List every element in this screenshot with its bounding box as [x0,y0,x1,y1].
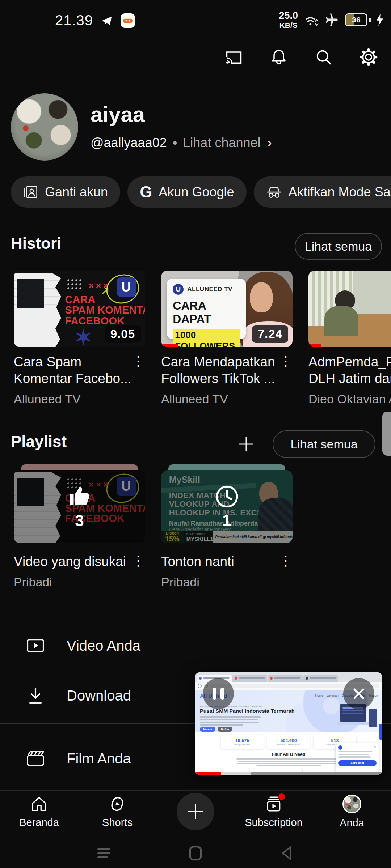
settings-button[interactable] [359,48,378,67]
site-buttons: Masuk Daftar [200,727,232,732]
video-title: Cara Spam Komentar Facebo... [14,354,131,387]
channel-name: Alluneed TV [161,392,278,406]
playlist-stack-decor [21,464,138,470]
watch-later-count: 1 [222,511,231,529]
profile-subtitle: @aallyaaa02 • Lihat channel › [91,135,272,151]
playlist-privacy: Pribadi [14,575,131,589]
youtube-profile-screen: 21.39 25.0 KB/S 36 [0,0,391,868]
nav-home-label: Beranda [19,817,59,829]
playlist-card[interactable]: MySkill INDEX MATCH, VLOOKUP AND HLOOKUP… [161,464,293,589]
thumb-arrow-decor: ↗ [101,284,110,297]
thumb-dots-decor [66,278,83,290]
notification-dot [278,793,285,800]
charging-icon [376,14,384,26]
incognito-label: Aktifkan Mode Samaran [289,184,391,200]
pause-button[interactable] [203,678,234,709]
profile-avatar[interactable] [11,93,78,161]
search-button[interactable] [314,48,333,67]
video-thumbnail[interactable]: U ALLUNEED TV CARA DAPAT 1000 FOLLOWERS … [161,271,293,347]
telegram-icon [100,14,113,27]
playlist-title: Tonton nanti [161,553,278,570]
video-card[interactable]: AdmPemda_P DLH Jatim dar Dieo Oktavian A… [308,271,391,406]
paragraph-decor [200,716,261,727]
playlist-stack-decor [168,464,285,470]
feature-card [253,768,303,772]
video-thumbnail[interactable] [308,271,391,347]
close-mini-player-button[interactable] [343,678,374,709]
history-cards-row: ××× CARA SPAM KOMENTAR FACEBOOK U ↗ ✶ 9.… [14,271,391,406]
status-bar-left: 21.39 [55,12,135,29]
thumb-screenshot-decor [14,273,61,347]
switch-account-button[interactable]: Ganti akun [11,176,120,208]
switch-account-icon [23,184,38,200]
close-icon [352,687,365,700]
thumb-star-decor: ✶ [74,325,92,347]
playlist-privacy: Pribadi [161,575,278,589]
video-title: Cara Mendapatkan Followers TikTok ... [161,354,278,387]
status-bar-right: 25.0 KB/S 36 [279,11,384,29]
thumb-text-line: CARA DAPAT [173,299,240,326]
google-account-button[interactable]: G Akun Google [127,176,246,208]
thumb-person-decor [324,306,358,337]
mini-player-progress[interactable] [195,772,382,775]
chat-widget: ✕ Let's chat [336,743,379,772]
bottom-navigation: Beranda Shorts [0,790,391,833]
top-action-bar [224,48,378,67]
history-see-all-button[interactable]: Lihat semua [295,233,382,260]
google-g-icon: G [140,183,152,201]
your-movies-label: Film Anda [67,750,131,767]
playlist-title: Video yang disukai [14,553,131,570]
add-playlist-button[interactable] [236,434,256,454]
menu-item-your-videos[interactable]: Video Anda [0,621,391,671]
more-options-button[interactable]: ⋮ [131,354,145,406]
chat-close-icon: ✕ [374,746,377,749]
duration-badge: 7.24 [252,326,288,343]
playlist-thumbnail[interactable]: MySkill INDEX MATCH, VLOOKUP AND HLOOKUP… [161,470,293,543]
nav-shorts-label: Shorts [102,817,133,829]
incognito-mode-button[interactable]: Aktifkan Mode Samaran [254,176,391,208]
site-login-button: Masuk [200,727,215,732]
nav-shorts[interactable]: Shorts [78,795,156,829]
your-videos-label: Video Anda [67,638,140,654]
wifi-icon [303,12,320,27]
playlist-see-all-button[interactable]: Lihat semua [273,430,375,458]
view-channel-link[interactable]: Lihat channel [183,135,260,150]
liked-count: 3 [75,512,84,530]
scrollbar-thumb[interactable] [382,412,391,456]
more-options-button[interactable]: ⋮ [131,553,145,589]
more-options-button[interactable]: ⋮ [278,553,293,589]
nav-home-button-icon[interactable] [187,844,204,862]
network-speed: 25.0 KB/S [279,11,298,29]
alluneed-logo: U [173,284,184,295]
thumb-highlight-text: 1000 FOLLOWERS [173,329,240,347]
shorts-icon [108,795,126,813]
playlist-thumbnail[interactable]: ××× CARA SPAM KOMENTAR FACEBOOK U 3 [14,470,145,543]
mini-player[interactable]: All U Need HomeLayanan DropshipDaftar Ma… [195,672,382,775]
nav-menu-icon[interactable] [95,844,113,862]
battery-indicator: 36 [345,13,367,26]
more-options-button[interactable]: ⋮ [278,354,293,406]
system-navigation-bar [0,838,391,868]
thumb-brand-text: ALLUNEED TV [187,286,232,293]
notifications-button[interactable] [269,48,288,67]
channel-name: Alluneed TV [14,392,131,406]
cast-button[interactable] [224,48,243,67]
nav-back-icon[interactable] [278,844,296,862]
nav-you[interactable]: Anda [313,795,391,829]
video-thumbnail[interactable]: ××× CARA SPAM KOMENTAR FACEBOOK U ↗ ✶ 9.… [14,271,145,347]
create-button[interactable] [177,793,214,830]
nav-subscriptions-label: Subscription [245,817,303,829]
playlist-card[interactable]: ××× CARA SPAM KOMENTAR FACEBOOK U 3 Vide… [14,464,145,589]
thumb-person-decor [250,282,273,312]
profile-handle: @aallyaaa02 [91,135,167,150]
video-card[interactable]: U ALLUNEED TV CARA DAPAT 1000 FOLLOWERS … [161,271,293,406]
chevron-right-icon[interactable]: › [267,135,272,151]
account-actions-row: Ganti akun G Akun Google Aktifkan Mode S… [11,176,391,208]
nav-subscriptions[interactable]: Subscription [235,795,313,829]
video-card[interactable]: ××× CARA SPAM KOMENTAR FACEBOOK U ↗ ✶ 9.… [14,271,145,406]
download-icon [25,685,46,706]
separator-dot: • [173,135,177,150]
nav-home[interactable]: Beranda [0,795,78,829]
nav-create[interactable] [156,793,235,830]
thumbs-up-icon [67,484,93,510]
